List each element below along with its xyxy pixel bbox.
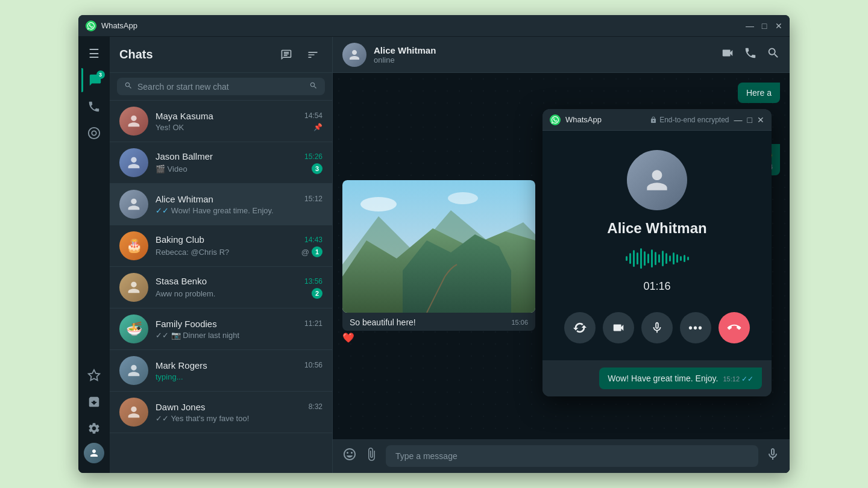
wave-bar [651,249,653,267]
message-text: Here a [746,88,772,98]
more-options-button[interactable]: ••• [680,312,711,343]
close-button[interactable]: ✕ [775,22,782,30]
search-input[interactable] [137,82,304,92]
message-input[interactable] [386,445,758,467]
chat-preview: ✓✓ Yes that's my fave too! [156,414,322,423]
call-app-name: WhatsApp [565,115,602,124]
search-chat-icon[interactable] [767,46,780,63]
sidebar-filter-icon[interactable] [303,45,322,64]
encrypt-label: End-to-end encrypted [650,116,729,124]
new-chat-icon[interactable] [277,45,296,64]
video-toggle-button[interactable] [603,312,634,343]
chat-name: Alice Whitman [156,194,213,204]
avatar [119,356,148,385]
wave-bar [626,256,627,261]
minimize-button[interactable]: — [746,22,753,30]
chat-name: Dawn Jones [156,402,206,412]
chat-header-avatar[interactable] [342,43,366,67]
chat-info: Mark Rogers 10:56 typing... [156,360,322,381]
call-title-bar: WhatsApp End-to-end encrypted — □ ✕ [542,109,772,131]
svg-point-1 [92,131,96,135]
image-meta: So beautiful here! 15:06 [350,318,528,327]
call-maximize-button[interactable]: □ [747,115,752,125]
video-call-icon[interactable] [721,46,734,63]
chat-info: Dawn Jones 8:32 ✓✓ Yes that's my fave to… [156,402,322,423]
voice-call-icon[interactable] [744,46,757,63]
chat-name: Baking Club [156,234,204,245]
maximize-button[interactable]: □ [761,22,768,30]
chat-header-info[interactable]: Alice Whitman online [374,45,714,64]
wave-bar [647,254,649,263]
call-message-meta: 15:12 ✓✓ [723,375,753,383]
list-item[interactable]: Maya Kasuma 14:54 Yes! OK 📌 [110,101,332,142]
chats-nav-icon[interactable]: 3 [83,68,107,92]
chat-time: 15:12 [304,195,322,203]
attach-icon[interactable] [364,447,379,465]
chat-name: Mark Rogers [156,360,207,371]
chat-name: Stasa Benko [156,276,207,286]
avatar: 🎂 [119,231,148,260]
chat-info-top: Stasa Benko 13:56 [156,276,322,286]
chat-info-bottom: Aww no problem. 2 [156,288,322,299]
list-item[interactable]: 🎂 Baking Club 14:43 Rebecca: @Chris R? @… [110,225,332,267]
call-overlay: WhatsApp End-to-end encrypted — □ ✕ [542,109,772,396]
chat-info-top: Mark Rogers 10:56 [156,360,322,371]
chat-info-top: Family Foodies 11:21 [156,319,322,329]
wave-bar [676,254,678,263]
wave-bar [655,252,656,265]
chat-name: Maya Kasuma [156,111,213,121]
chat-info: Stasa Benko 13:56 Aww no problem. 2 [156,276,322,299]
mic-icon[interactable] [766,447,780,465]
call-close-button[interactable]: ✕ [757,115,764,125]
wave-bar [687,257,689,260]
chat-info-bottom: ✓✓ Wow! Have great time. Enjoy. [156,206,322,215]
input-area [333,439,790,473]
mute-button[interactable] [641,312,673,343]
list-item[interactable]: Dawn Jones 8:32 ✓✓ Yes that's my fave to… [110,392,332,433]
chat-info-top: Jason Ballmer 15:26 [156,151,322,161]
chat-main: Alice Whitman online [333,37,790,473]
list-item[interactable]: 🍜 Family Foodies 11:21 ✓✓ 📷 Dinner last … [110,308,332,350]
chat-time: 8:32 [309,402,322,411]
settings-nav-icon[interactable] [82,416,106,440]
unread-badge: 1 [312,246,322,257]
wave-bar [640,248,642,269]
status-nav-icon[interactable] [82,121,106,145]
unread-badge: 3 [312,163,322,174]
wave-bar [669,255,671,261]
icon-bar: ☰ 3 [78,37,110,473]
wave-bar [665,253,667,264]
app-body: ☰ 3 [78,37,790,473]
list-item[interactable]: Stasa Benko 13:56 Aww no problem. 2 [110,267,332,308]
calls-nav-icon[interactable] [82,95,106,119]
search-bar [110,73,332,101]
user-avatar[interactable] [84,443,104,463]
wave-bar [637,252,638,264]
archived-nav-icon[interactable] [82,390,106,414]
title-bar-left: WhatsApp [86,20,746,31]
more-dots-icon: ••• [688,321,703,335]
call-timer: 01:16 [643,280,670,293]
starred-nav-icon[interactable] [82,363,106,387]
chat-info: Baking Club 14:43 Rebecca: @Chris R? @ 1 [156,234,322,257]
sidebar-header: Chats [110,37,332,73]
icon-bar-top: ☰ 3 [81,42,107,361]
chat-info-top: Maya Kasuma 14:54 [156,111,322,121]
list-item[interactable]: Alice Whitman 15:12 ✓✓ Wow! Have great t… [110,184,332,225]
end-call-button[interactable] [719,312,750,343]
call-minimize-button[interactable]: — [734,115,743,125]
wave-bar [680,256,682,261]
avatar: 🍜 [119,314,148,343]
search-filter-icon[interactable] [309,81,318,92]
chat-info: Jason Ballmer 15:26 🎬 Video 3 [156,151,322,174]
emoji-icon[interactable] [342,447,357,465]
search-input-wrapper [117,78,325,95]
hamburger-menu-icon[interactable]: ☰ [82,42,106,66]
list-item[interactable]: Jason Ballmer 15:26 🎬 Video 3 [110,142,332,184]
flip-camera-button[interactable] [564,312,596,343]
call-title-left: WhatsApp [550,114,650,125]
chat-info: Family Foodies 11:21 ✓✓ 📷 Dinner last ni… [156,319,322,340]
svg-point-7 [360,197,397,211]
chat-time: 14:54 [304,111,322,120]
list-item[interactable]: Mark Rogers 10:56 typing... [110,350,332,392]
